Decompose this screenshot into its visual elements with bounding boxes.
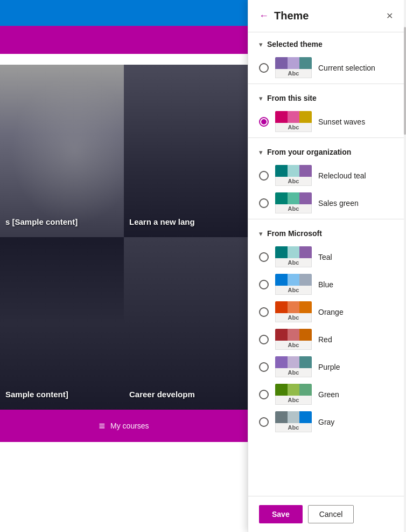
theme-name-current: Current selection [318, 64, 375, 72]
swatch-abc: Abc [275, 313, 312, 322]
section-site-label: From this site [267, 94, 317, 102]
section-from-org[interactable]: ▾ From your organization [248, 140, 406, 162]
scroll-thumb [404, 27, 406, 135]
theme-name-sales-green: Sales green [318, 199, 359, 208]
grid-cell-2[interactable]: Learn a new lang [124, 65, 248, 237]
swatch-abc: Abc [275, 258, 312, 267]
chevron-org-icon: ▾ [259, 148, 263, 156]
swatch-blue: Abc [275, 274, 312, 295]
section-from-microsoft[interactable]: ▾ From Microsoft [248, 222, 406, 243]
cancel-button[interactable]: Cancel [308, 505, 354, 523]
white-strip [0, 54, 248, 65]
swatch-abc: Abc [275, 286, 312, 295]
theme-name-green: Green [318, 390, 339, 399]
option-purple[interactable]: Abc Purple [248, 353, 406, 381]
radio-purple[interactable] [259, 362, 269, 372]
panel-footer: Save Cancel [248, 496, 406, 532]
course-grid: s [Sample content] Learn a new lang Samp… [0, 65, 248, 410]
pink-bar [0, 26, 248, 54]
swatch-abc: Abc [275, 204, 312, 213]
swatch-abc: Abc [275, 423, 312, 432]
grid-cell-4[interactable]: Career developm [124, 237, 248, 410]
panel-header: ← Theme ✕ [248, 0, 406, 32]
option-gray[interactable]: Abc Gray [248, 408, 406, 436]
grid-cell-3[interactable]: Sample content] [0, 237, 124, 410]
swatch-abc: Abc [275, 69, 312, 78]
swatch-purple: Abc [275, 356, 312, 377]
cell-label-1: s [Sample content] [5, 217, 78, 226]
background-panel: s [Sample content] Learn a new lang Samp… [0, 0, 248, 532]
nav-text: My courses [110, 422, 149, 430]
option-red[interactable]: Abc Red [248, 326, 406, 353]
radio-orange[interactable] [259, 307, 269, 317]
option-blue[interactable]: Abc Blue [248, 271, 406, 298]
option-sales-green[interactable]: Abc Sales green [248, 189, 406, 217]
theme-panel: ← Theme ✕ ▾ Selected theme Abc Current s… [248, 0, 406, 532]
radio-relecloud-teal[interactable] [259, 171, 269, 181]
panel-body: ▾ Selected theme Abc Current selection ▾… [248, 32, 406, 496]
swatch-abc: Abc [275, 341, 312, 350]
top-bar [0, 0, 248, 26]
theme-name-relecloud: Relecloud teal [318, 171, 366, 180]
section-ms-label: From Microsoft [267, 229, 322, 238]
swatch-green: Abc [275, 384, 312, 405]
swatch-sunset-waves: Abc [275, 111, 312, 132]
radio-gray[interactable] [259, 417, 269, 427]
save-button[interactable]: Save [259, 505, 303, 523]
cell-label-2: Learn a new lang [129, 217, 195, 226]
swatch-abc: Abc [275, 368, 312, 377]
back-arrow-icon[interactable]: ← [259, 10, 269, 22]
section-from-site[interactable]: ▾ From this site [248, 86, 406, 108]
panel-title: Theme [274, 10, 309, 22]
cell-label-4: Career developm [129, 390, 195, 399]
section-selected-label: Selected theme [267, 40, 323, 49]
radio-blue[interactable] [259, 280, 269, 289]
radio-green[interactable] [259, 390, 269, 399]
swatch-orange: Abc [275, 301, 312, 322]
swatch-gray: Abc [275, 411, 312, 432]
swatch-abc: Abc [275, 123, 312, 132]
cell-label-3: Sample content] [5, 390, 68, 399]
scroll-indicator [404, 0, 406, 532]
swatch-abc: Abc [275, 177, 312, 186]
option-relecloud-teal[interactable]: Abc Relecloud teal [248, 162, 406, 189]
nav-icon: ≡ [99, 420, 105, 432]
option-teal[interactable]: Abc Teal [248, 243, 406, 271]
bottom-nav[interactable]: ≡ My courses [0, 410, 248, 442]
swatch-abc: Abc [275, 396, 312, 405]
theme-name-orange: Orange [318, 308, 344, 316]
theme-name-sunset: Sunset waves [318, 118, 365, 126]
radio-sales-green[interactable] [259, 198, 269, 208]
swatch-teal: Abc [275, 246, 312, 267]
option-green[interactable]: Abc Green [248, 381, 406, 408]
swatch-current-selection: Abc [275, 57, 312, 78]
chevron-selected-icon: ▾ [259, 40, 263, 49]
theme-name-blue: Blue [318, 280, 333, 289]
section-selected-theme[interactable]: ▾ Selected theme [248, 32, 406, 54]
close-button[interactable]: ✕ [384, 9, 395, 23]
swatch-sales-green: Abc [275, 192, 312, 213]
swatch-red: Abc [275, 329, 312, 350]
grid-cell-1[interactable]: s [Sample content] [0, 65, 124, 237]
theme-name-red: Red [318, 335, 332, 344]
swatch-relecloud: Abc [275, 165, 312, 186]
chevron-ms-icon: ▾ [259, 230, 263, 238]
theme-name-teal: Teal [318, 253, 332, 261]
theme-name-purple: Purple [318, 363, 340, 371]
option-orange[interactable]: Abc Orange [248, 298, 406, 326]
option-sunset-waves[interactable]: Abc Sunset waves [248, 108, 406, 135]
radio-red[interactable] [259, 335, 269, 344]
radio-teal[interactable] [259, 252, 269, 262]
option-current-selection[interactable]: Abc Current selection [248, 54, 406, 81]
radio-current-selection[interactable] [259, 63, 269, 73]
chevron-site-icon: ▾ [259, 94, 263, 102]
section-org-label: From your organization [267, 148, 351, 156]
theme-name-gray: Gray [318, 418, 334, 426]
header-left: ← Theme [259, 10, 309, 22]
radio-sunset-waves[interactable] [259, 117, 269, 127]
